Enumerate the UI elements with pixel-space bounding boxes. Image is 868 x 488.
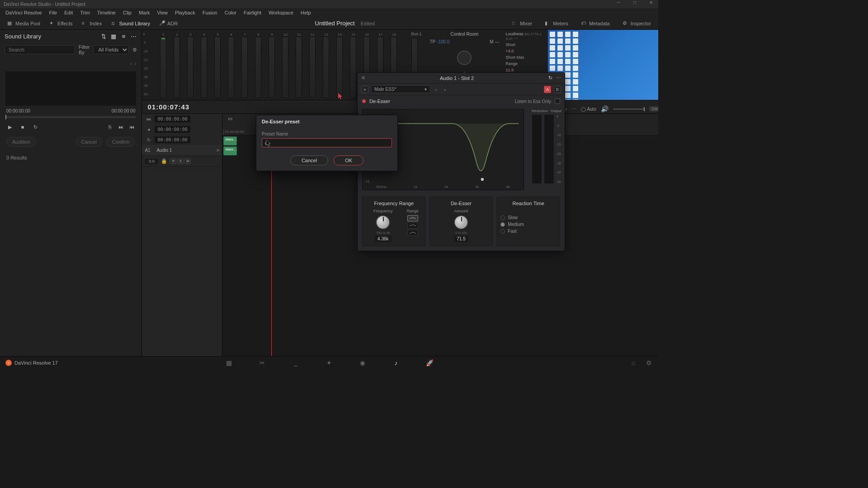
track-name[interactable]: Audio 1 bbox=[156, 148, 214, 153]
page-cut-icon[interactable]: ✂ bbox=[258, 359, 266, 367]
window-maximize-icon[interactable]: □ bbox=[629, 0, 640, 5]
reaction-medium-radio[interactable]: Medium bbox=[500, 222, 556, 227]
dialog-ok-button[interactable]: OK bbox=[334, 155, 363, 165]
monitor-volume-slider[interactable] bbox=[613, 108, 645, 110]
fx-badge[interactable]: fx bbox=[217, 148, 219, 152]
marker-tool-icon[interactable]: ▭ bbox=[228, 116, 232, 122]
tool-sound-library[interactable]: ♫Sound Library bbox=[107, 19, 154, 28]
nav-next-icon[interactable]: › bbox=[134, 60, 137, 67]
sort-icon[interactable]: ⇅ bbox=[100, 33, 107, 40]
window-titlebar: DaVinci Resolve Studio - Untitled Projec… bbox=[0, 0, 658, 8]
window-minimize-icon[interactable]: ─ bbox=[613, 0, 624, 5]
menu-trim[interactable]: Trim bbox=[76, 10, 94, 15]
menu-workspace[interactable]: Workspace bbox=[265, 10, 297, 15]
menu-playback[interactable]: Playback bbox=[171, 10, 199, 15]
monitor-menu-icon[interactable]: ⋯ bbox=[571, 106, 576, 112]
loop-tc-icon[interactable]: ↻ bbox=[146, 137, 152, 143]
dim-button[interactable]: DIM bbox=[649, 106, 658, 112]
fx-refresh-icon[interactable]: ↻ bbox=[548, 75, 552, 81]
menu-timeline[interactable]: Timeline bbox=[94, 10, 119, 15]
add-preset-button[interactable]: + bbox=[361, 86, 368, 93]
cancel-audition-button[interactable]: Cancel bbox=[75, 137, 103, 147]
preset-name-input[interactable] bbox=[262, 138, 392, 147]
tool-mixer[interactable]: ⎍Mixer bbox=[508, 19, 536, 28]
menu-fusion[interactable]: Fusion bbox=[199, 10, 221, 15]
tool-metadata[interactable]: 🏷Metadata bbox=[577, 19, 613, 28]
nav-prev-icon[interactable]: ‹ bbox=[130, 60, 132, 67]
menu-edit[interactable]: Edit bbox=[61, 10, 76, 15]
insert-icon[interactable]: ⎘ bbox=[106, 123, 113, 131]
listen-checkbox[interactable] bbox=[555, 99, 560, 104]
range-wide-button[interactable] bbox=[407, 230, 418, 236]
grid-view-icon[interactable]: ▦ bbox=[110, 33, 117, 40]
tool-meters[interactable]: ▮Meters bbox=[541, 19, 572, 28]
solo-button[interactable]: S bbox=[177, 159, 184, 164]
page-edit-icon[interactable]: ⎯ bbox=[292, 359, 300, 367]
fx-close-icon[interactable]: ✕ bbox=[361, 75, 365, 81]
prev-icon[interactable]: ⏮ bbox=[146, 116, 152, 122]
page-fairlight-icon[interactable]: ♪ bbox=[392, 359, 400, 367]
metadata-icon: 🏷 bbox=[581, 20, 587, 27]
amount-value[interactable]: 71.5 bbox=[454, 235, 468, 242]
prev-clip-icon[interactable]: ⏮ bbox=[128, 123, 135, 131]
menu-mark[interactable]: Mark bbox=[135, 10, 153, 15]
tool-index[interactable]: ≡Index bbox=[78, 19, 105, 28]
tool-effects[interactable]: ✦Effects bbox=[46, 19, 76, 28]
frequency-value[interactable]: 4.36k bbox=[375, 235, 391, 242]
compare-b-button[interactable]: B bbox=[554, 86, 561, 93]
home-icon[interactable]: ⌂ bbox=[629, 359, 637, 367]
preset-select[interactable]: Male ESS* ▾ bbox=[371, 85, 430, 93]
page-fusion-icon[interactable]: ✦ bbox=[325, 359, 333, 367]
filter-settings-icon[interactable]: ⚙ bbox=[132, 47, 137, 53]
menu-help[interactable]: Help bbox=[297, 10, 315, 15]
record-arm-button[interactable]: R bbox=[170, 159, 176, 164]
lock-icon[interactable]: 🔒 bbox=[161, 158, 167, 164]
preset-next-icon[interactable]: › bbox=[442, 87, 448, 92]
next-clip-icon[interactable]: ⏭ bbox=[117, 123, 124, 131]
auto-button[interactable]: ◯ Auto bbox=[581, 107, 596, 112]
fx-enabled-led[interactable] bbox=[362, 99, 366, 103]
more-icon[interactable]: ⋯ bbox=[130, 33, 137, 40]
audio-clip[interactable]: dees… bbox=[223, 136, 237, 145]
menu-view[interactable]: View bbox=[153, 10, 171, 15]
page-deliver-icon[interactable]: 🚀 bbox=[425, 359, 434, 367]
amount-knob[interactable] bbox=[454, 215, 468, 230]
menu-davinci[interactable]: DaVinci Resolve bbox=[2, 10, 46, 15]
mute-button[interactable]: M bbox=[184, 159, 191, 164]
track-volume[interactable]: 0.0 bbox=[145, 159, 158, 164]
list-view-icon[interactable]: ≡ bbox=[120, 33, 127, 40]
fx-menu-icon[interactable]: ⋯ bbox=[556, 75, 561, 81]
compare-a-button[interactable]: A bbox=[544, 86, 551, 93]
reaction-fast-radio[interactable]: Fast bbox=[500, 229, 556, 234]
tool-inspector[interactable]: ⚙Inspector bbox=[619, 19, 655, 28]
range-medium-button[interactable] bbox=[407, 222, 418, 229]
reaction-slow-radio[interactable]: Slow bbox=[500, 215, 556, 220]
confirm-audition-button[interactable]: Confirm bbox=[106, 137, 136, 147]
monitor-volume-knob[interactable] bbox=[457, 51, 472, 65]
loop-icon[interactable]: ↻ bbox=[32, 123, 39, 131]
menu-file[interactable]: File bbox=[46, 10, 61, 15]
audio-clip[interactable]: dees… bbox=[223, 146, 237, 155]
dialog-cancel-button[interactable]: Cancel bbox=[290, 155, 328, 165]
stop-icon[interactable]: ■ bbox=[19, 123, 26, 131]
window-close-icon[interactable]: ✕ bbox=[646, 0, 656, 5]
page-color-icon[interactable]: ◉ bbox=[359, 359, 367, 367]
speaker-icon[interactable]: 🔊 bbox=[601, 105, 609, 113]
search-input[interactable] bbox=[5, 45, 75, 54]
menu-clip[interactable]: Clip bbox=[119, 10, 135, 15]
filter-select[interactable]: All Fields bbox=[93, 45, 129, 54]
audition-button[interactable]: Audition bbox=[6, 137, 36, 147]
range-narrow-button[interactable] bbox=[407, 215, 418, 221]
record-icon[interactable]: ● bbox=[146, 127, 152, 133]
tool-media-pool[interactable]: ▦Media Pool bbox=[4, 19, 44, 28]
menu-fairlight[interactable]: Fairlight bbox=[240, 10, 265, 15]
preview-scrubber[interactable] bbox=[5, 116, 136, 118]
frequency-knob[interactable] bbox=[376, 215, 390, 230]
preset-prev-icon[interactable]: ‹ bbox=[433, 87, 439, 92]
page-media-icon[interactable]: ▦ bbox=[225, 359, 233, 367]
settings-icon[interactable]: ⚙ bbox=[645, 359, 653, 367]
play-icon[interactable]: ▶ bbox=[6, 123, 14, 131]
menu-color[interactable]: Color bbox=[221, 10, 240, 15]
loudness-menu-icon[interactable]: ⋯ bbox=[514, 36, 518, 41]
tool-adr[interactable]: 🎤ADR bbox=[156, 19, 181, 28]
